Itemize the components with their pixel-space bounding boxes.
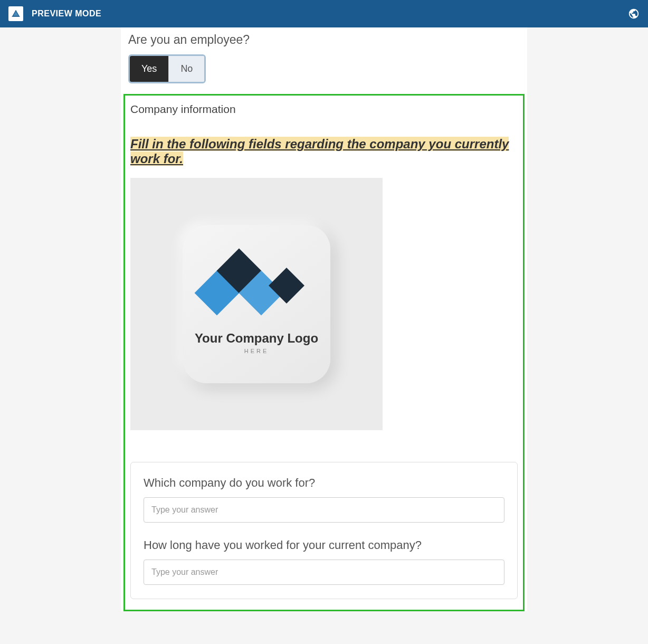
employee-question-label: Are you an employee?: [128, 33, 520, 47]
employee-question-block: Are you an employee? Yes No: [121, 33, 527, 94]
form-container: Are you an employee? Yes No Company info…: [121, 27, 527, 611]
company-field-label: Which company do you work for?: [144, 476, 504, 490]
sub-form: Which company do you work for? How long …: [130, 462, 518, 599]
duration-input[interactable]: [144, 560, 504, 585]
content-wrapper: Are you an employee? Yes No Company info…: [0, 27, 648, 611]
duration-field-label: How long have you worked for your curren…: [144, 538, 504, 552]
toggle-yes-button[interactable]: Yes: [130, 56, 168, 82]
company-info-section: Company information Fill in the followin…: [123, 94, 525, 611]
section-title: Company information: [130, 103, 518, 116]
company-input[interactable]: [144, 497, 504, 523]
header-left: PREVIEW MODE: [8, 6, 101, 21]
instruction-wrapper: Fill in the following fields regarding t…: [130, 137, 518, 166]
section-instruction: Fill in the following fields regarding t…: [130, 137, 509, 166]
toggle-no-button[interactable]: No: [168, 56, 204, 82]
logo-text-main: Your Company Logo: [195, 331, 318, 346]
logo-diamonds-icon: [190, 254, 322, 323]
globe-icon[interactable]: [628, 8, 640, 20]
duration-field-group: How long have you worked for your curren…: [144, 538, 504, 585]
app-logo-icon: [8, 6, 23, 21]
logo-placeholder-image: Your Company Logo HERE: [130, 178, 383, 430]
logo-card: Your Company Logo HERE: [183, 225, 330, 383]
header-title: PREVIEW MODE: [32, 9, 101, 18]
app-header: PREVIEW MODE: [0, 0, 648, 27]
employee-toggle-group: Yes No: [128, 54, 206, 83]
company-field-group: Which company do you work for?: [144, 476, 504, 523]
logo-text-sub: HERE: [244, 348, 269, 354]
